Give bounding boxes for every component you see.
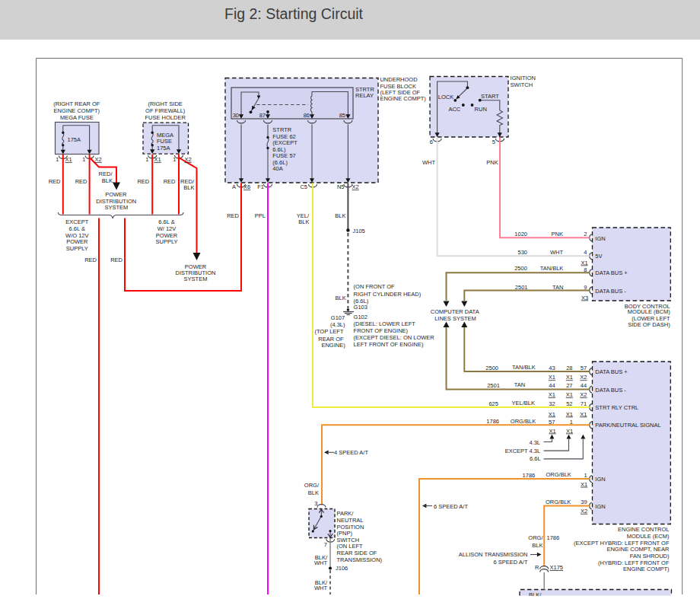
svg-text:1: 1 [584, 472, 587, 479]
svg-text:27: 27 [566, 382, 572, 389]
svg-text:N5: N5 [337, 183, 345, 190]
svg-text:4: 4 [584, 249, 587, 256]
svg-text:X3: X3 [581, 295, 588, 301]
svg-text:X2: X2 [95, 156, 102, 163]
svg-text:RED: RED [84, 257, 97, 263]
svg-text:A: A [232, 183, 236, 190]
svg-text:(ON FRONT OF: (ON FRONT OF [354, 283, 395, 290]
svg-text:X2: X2 [352, 183, 359, 190]
svg-text:ENGINE): ENGINE) [321, 342, 345, 349]
svg-text:7: 7 [324, 541, 327, 548]
svg-text:40A: 40A [272, 165, 282, 172]
svg-text:J105: J105 [353, 228, 365, 234]
svg-text:X1: X1 [549, 428, 555, 435]
svg-text:BLK: BLK [308, 489, 319, 496]
svg-text:BLK: BLK [336, 295, 346, 301]
svg-text:ENGINE CONTROL: ENGINE CONTROL [618, 526, 670, 533]
svg-text:86: 86 [304, 112, 310, 119]
svg-text:1: 1 [82, 156, 85, 163]
svg-text:SUPPLY: SUPPLY [155, 238, 177, 245]
svg-text:DATA BUS +: DATA BUS + [595, 269, 628, 276]
svg-text:RED: RED [137, 178, 149, 185]
svg-text:BLK: BLK [532, 542, 542, 549]
svg-text:X2: X2 [185, 156, 192, 163]
svg-text:RUN: RUN [475, 106, 487, 113]
svg-text:175A: 175A [157, 145, 170, 151]
svg-text:4.3L: 4.3L [529, 439, 540, 446]
svg-text:SYSTEM: SYSTEM [184, 276, 208, 282]
svg-text:8: 8 [584, 266, 587, 273]
svg-text:2500: 2500 [485, 365, 498, 371]
svg-text:BLK: BLK [102, 177, 113, 184]
svg-text:POWER: POWER [66, 238, 88, 245]
svg-text:44: 44 [581, 382, 587, 389]
svg-text:WHT: WHT [314, 585, 327, 591]
svg-text:IGN: IGN [595, 235, 605, 242]
svg-text:1786: 1786 [547, 534, 560, 541]
svg-text:PPL: PPL [255, 212, 266, 219]
svg-text:5: 5 [492, 139, 495, 145]
svg-text:MEGA FUSE: MEGA FUSE [60, 114, 94, 121]
svg-text:EXCEPT: EXCEPT [65, 218, 88, 225]
svg-text:LEFT FRONT OF ENGINE): LEFT FRONT OF ENGINE) [354, 341, 424, 348]
svg-text:44: 44 [549, 382, 555, 389]
svg-text:RED: RED [49, 178, 61, 185]
svg-text:SYSTEM: SYSTEM [104, 204, 128, 211]
svg-text:6.6L &: 6.6L & [158, 218, 174, 225]
svg-text:RED: RED [75, 178, 88, 185]
svg-text:RED: RED [227, 212, 239, 219]
svg-text:MODULE (ECM): MODULE (ECM) [627, 533, 670, 540]
svg-text:X1: X1 [154, 156, 161, 163]
svg-text:ALLISON TRANSMISSION: ALLISON TRANSMISSION [459, 551, 528, 558]
svg-text:ORG/BLK: ORG/BLK [546, 471, 571, 478]
svg-text:BLK: BLK [183, 184, 194, 191]
svg-text:(EXCEPT HYBRID: LEFT FRONT OF: (EXCEPT HYBRID: LEFT FRONT OF [574, 540, 670, 547]
svg-text:RELAY: RELAY [355, 92, 374, 99]
svg-text:30: 30 [233, 112, 239, 119]
svg-text:G103: G103 [354, 304, 368, 311]
svg-text:9: 9 [584, 284, 587, 291]
svg-text:57: 57 [581, 365, 587, 371]
svg-text:ORG/BLK: ORG/BLK [511, 418, 536, 425]
svg-text:DATA BUS +: DATA BUS + [595, 368, 628, 375]
svg-text:32: 32 [549, 400, 555, 407]
svg-text:ENGINE COMPT, NEAR: ENGINE COMPT, NEAR [606, 546, 670, 553]
svg-text:2501: 2501 [487, 382, 500, 389]
svg-text:X2: X2 [580, 374, 587, 381]
svg-text:ORG/: ORG/ [528, 534, 543, 541]
svg-text:FUSE HOLDER: FUSE HOLDER [145, 114, 186, 121]
svg-text:X1: X1 [566, 428, 573, 435]
svg-text:TAN/BLK: TAN/BLK [540, 265, 564, 272]
svg-text:X1: X1 [566, 391, 573, 398]
svg-text:WHT: WHT [314, 559, 327, 566]
svg-text:ACC: ACC [448, 106, 460, 113]
svg-text:ORG/BLK: ORG/BLK [546, 499, 571, 505]
svg-text:52: 52 [566, 400, 572, 407]
svg-text:EXCEPT 4.3L: EXCEPT 4.3L [505, 448, 541, 454]
svg-text:2: 2 [584, 231, 587, 237]
svg-text:X1: X1 [549, 391, 555, 398]
svg-text:DATA BUS -: DATA BUS - [595, 387, 626, 394]
svg-text:X2: X2 [580, 391, 587, 398]
svg-text:BLK: BLK [298, 218, 309, 225]
svg-text:1: 1 [570, 419, 573, 426]
svg-text:1: 1 [173, 156, 176, 163]
svg-text:BLK: BLK [335, 212, 345, 219]
svg-text:(HYBRID: LEFT FRONT OF: (HYBRID: LEFT FRONT OF [598, 559, 670, 566]
svg-text:SIDE OF DASH): SIDE OF DASH) [628, 321, 670, 328]
svg-text:ENGINE COMPT): ENGINE COMPT) [623, 566, 670, 572]
svg-text:3: 3 [314, 500, 317, 507]
svg-text:DATA BUS -: DATA BUS - [595, 288, 626, 295]
svg-text:START: START [481, 93, 499, 100]
svg-text:X1: X1 [65, 156, 72, 163]
svg-text:PNK: PNK [486, 159, 498, 166]
svg-text:ENGINE COMPT): ENGINE COMPT) [54, 107, 100, 114]
svg-text:X1: X1 [580, 411, 587, 418]
svg-text:SWITCH: SWITCH [511, 81, 533, 88]
svg-text:6: 6 [430, 139, 433, 145]
svg-text:1786: 1786 [523, 472, 536, 479]
svg-text:TAN/BLK: TAN/BLK [512, 364, 536, 371]
svg-text:G102: G102 [354, 314, 368, 320]
svg-text:28: 28 [566, 365, 572, 371]
svg-text:X1: X1 [581, 481, 587, 488]
